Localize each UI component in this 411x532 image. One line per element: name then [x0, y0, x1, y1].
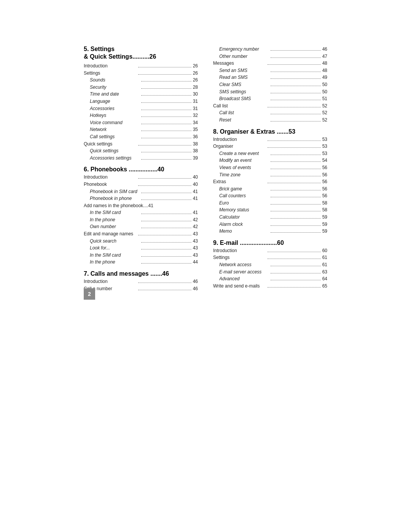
toc-label: Clear SMS [219, 81, 269, 88]
toc-entry-reset: Reset 52 [213, 117, 327, 124]
toc-label: Quick settings [84, 141, 137, 148]
toc-page: 50 [322, 88, 327, 96]
toc-entry-time-date: Time and date 30 [84, 91, 198, 98]
toc-dots [141, 214, 191, 214]
toc-entry-intro-53: Introduction 53 [213, 136, 327, 143]
toc-dots [141, 95, 191, 96]
toc-entry-accessories-settings: Accessories settings 39 [84, 155, 198, 162]
toc-page: 58 [322, 200, 327, 207]
toc-page: 59 [322, 221, 327, 228]
toc-label: Voice command [90, 119, 140, 126]
toc-label: Introduction [84, 174, 137, 181]
toc-label: In the SIM card [90, 209, 140, 216]
toc-label: Send an SMS [219, 67, 269, 74]
toc-dots [271, 100, 320, 100]
toc-page: 40 [193, 181, 198, 188]
toc-page: 41 [193, 188, 198, 195]
toc-label: Hotkeys [90, 112, 140, 119]
toc-dots [141, 228, 191, 228]
toc-page: 40 [193, 174, 198, 181]
toc-entry-intro-40: Introduction 40 [84, 174, 198, 181]
toc-dots [141, 81, 191, 81]
toc-label: Accessories [90, 105, 140, 112]
toc-dots [268, 287, 320, 288]
toc-dots [138, 290, 191, 290]
toc-label: In the phone [90, 216, 140, 224]
toc-dots [141, 159, 191, 160]
toc-page: 52 [322, 117, 327, 124]
section-8-title: 8. Organiser & Extras .......53 [213, 128, 327, 135]
page-number-badge: 2 [84, 288, 95, 300]
toc-entry-email-server-access: E-mail server access 63 [213, 268, 327, 276]
toc-page: 26 [193, 62, 198, 70]
toc-dots [271, 121, 320, 121]
toc-dots [271, 197, 320, 197]
toc-dots [141, 131, 191, 131]
toc-label: Settings [84, 70, 137, 77]
toc-page: 43 [193, 244, 198, 252]
toc-dots [138, 178, 191, 179]
toc-entry-language: Language 31 [84, 98, 198, 105]
toc-label: Sounds [90, 77, 140, 84]
toc-label: Euro [219, 200, 269, 207]
toc-entry-memo: Memo 59 [213, 228, 327, 235]
toc-page: 51 [322, 95, 327, 102]
toc-dots [271, 86, 320, 86]
toc-label: Alarm clock [219, 221, 269, 228]
toc-dots [141, 124, 191, 124]
toc-page: 43 [193, 230, 198, 238]
toc-label: Reset [219, 117, 269, 124]
section-5-title-line1: 5. Settings [84, 46, 198, 53]
toc-page: 54 [322, 157, 327, 164]
toc-page: 48 [322, 67, 327, 74]
toc-entry-write-send-emails: Write and send e-mails 65 [213, 283, 327, 290]
toc-dots [141, 138, 191, 138]
toc-entry-read-sms: Read an SMS 49 [213, 74, 327, 81]
toc-page: 43 [193, 238, 198, 245]
section-6-title: 6. Phonebooks .................40 [84, 166, 198, 173]
toc-page: 56 [322, 185, 327, 193]
toc-label: Broadcast SMS [219, 95, 269, 102]
toc-page: 31 [193, 98, 198, 105]
toc-entry-memory-status: Memory status 58 [213, 206, 327, 214]
toc-page: 58 [322, 206, 327, 214]
toc-entry-network-access: Network access 61 [213, 261, 327, 268]
toc-label: Advanced [219, 275, 269, 283]
toc-dots [141, 117, 191, 117]
toc-dots [271, 93, 320, 93]
toc-label: Phonebook in phone [90, 195, 140, 202]
toc-page: 56 [322, 164, 327, 171]
toc-entry-messages-48: Messages 48 [213, 60, 327, 67]
toc-label: Phonebook [84, 181, 137, 188]
toc-dots [268, 107, 320, 107]
toc-label: Call counters [219, 192, 269, 200]
toc-dots [271, 58, 320, 58]
toc-label: Add names in the phonebook....41 [84, 202, 198, 209]
toc-dots [271, 176, 320, 176]
toc-dots [141, 102, 191, 103]
toc-dots [268, 147, 320, 148]
toc-page: 61 [322, 261, 327, 268]
toc-label: Security [90, 84, 140, 91]
toc-dots [141, 256, 191, 257]
toc-entry-in-sim-43: In the SIM card 43 [84, 252, 198, 259]
toc-dots [141, 193, 191, 193]
toc-page: 35 [193, 126, 198, 133]
toc-dots [271, 161, 320, 162]
toc-dots [271, 114, 320, 114]
toc-entry-organiser: Organiser 53 [213, 143, 327, 150]
toc-entry-sounds: Sounds 26 [84, 77, 198, 84]
toc-page: 60 [322, 247, 327, 254]
toc-page: 38 [193, 141, 198, 148]
toc-page: 44 [193, 259, 198, 266]
toc-entry-accessories: Accessories 31 [84, 105, 198, 112]
toc-page: 42 [193, 223, 198, 230]
toc-entry-settings-26: Settings 26 [84, 70, 198, 77]
toc-dots [271, 225, 320, 226]
toc-right: Emergency number 46 Other number 47 Mess… [213, 46, 327, 292]
toc-label: Own number [90, 223, 140, 230]
toc-label: Organiser [213, 143, 266, 150]
toc-label: Call list [219, 109, 269, 117]
toc-entry-own-number: Own number 42 [84, 223, 198, 230]
toc-entry-broadcast-sms: Broadcast SMS 51 [213, 95, 327, 102]
